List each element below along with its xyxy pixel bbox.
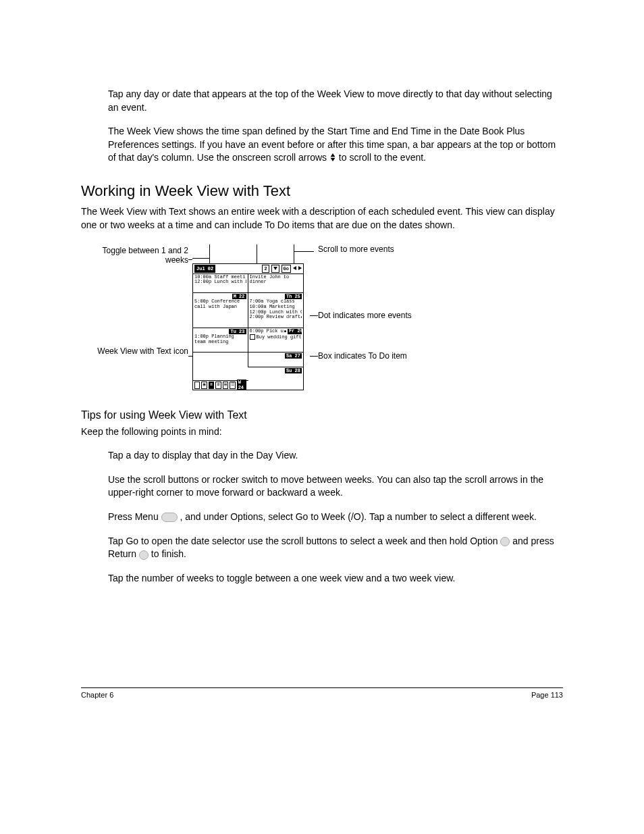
day-cell[interactable]: Su 28 (248, 367, 304, 381)
callout-dot: Dot indicates more events (318, 311, 433, 320)
prev-week-icon[interactable] (293, 265, 296, 271)
list-view-icon[interactable]: ☰ (230, 382, 235, 389)
page-footer: Chapter 6 Page 113 (81, 687, 563, 699)
tips-intro: Keep the following points in mind: (81, 425, 563, 439)
todo-checkbox-icon[interactable] (250, 334, 255, 340)
day-cell[interactable]: M 22 5:00p Conference call with Japan (193, 293, 248, 328)
tips-heading: Tips for using Week View with Text (81, 409, 563, 421)
option-key-icon (500, 537, 510, 546)
section-heading: Working in Week View with Text (81, 182, 563, 200)
tip-3: Press Menu , and under Options, select G… (81, 511, 563, 524)
intro-para-2: The Week View shows the time span define… (81, 125, 563, 165)
callout-box: Box indicates To Do item (318, 351, 433, 361)
month-view-icon[interactable]: ⊞ (215, 382, 221, 389)
week-number-label: W 24 (237, 380, 247, 390)
tip-1: Tap a day to display that day in the Day… (81, 449, 563, 463)
day-cell[interactable]: 6:00p Pick uFr 26 Buy wedding gift (248, 328, 304, 353)
date-label[interactable]: Jul 02 (194, 265, 215, 273)
intro-para-1: Tap any day or date that appears at the … (81, 88, 563, 114)
svg-marker-1 (331, 158, 336, 161)
more-events-dot (301, 316, 302, 318)
tip-5: Tap the number of weeks to toggle betwee… (81, 572, 563, 585)
callout-scroll: Scroll to more events (318, 244, 433, 254)
day-cell[interactable] (193, 353, 248, 367)
day-cell[interactable]: Sa 27 (248, 353, 304, 367)
day-cell[interactable]: Invite John to dinner (248, 274, 304, 293)
return-key-icon (139, 550, 149, 560)
footer-chapter: Chapter 6 (81, 691, 113, 699)
week-text-icon[interactable]: ≣ (209, 382, 214, 389)
callout-toggle: Toggle between 1 and 2 weeks (80, 246, 188, 265)
view-icon-bar: ▦ ≣ ⊞ ▤ ☰ W 24 (193, 380, 248, 390)
week-view-diagram: Toggle between 1 and 2 weeks Week View w… (81, 244, 563, 390)
day-cell[interactable]: Th 25 7:00a Yoga class 10:00a Marketing … (248, 293, 304, 328)
menu-key-icon (161, 513, 178, 522)
intro-para-2b: to scroll to the event. (339, 152, 426, 163)
year-view-icon[interactable]: ▤ (223, 382, 228, 389)
callout-icon: Week View with Text icon (80, 346, 188, 356)
tip-2: Use the scroll buttons or rocker switch … (81, 473, 563, 500)
panel-toolbar: Jul 02 2 Go (193, 264, 303, 274)
footer-page: Page 113 (531, 691, 563, 699)
day-cell[interactable]: Tu 23 1:00p Planning team meeting (193, 328, 248, 353)
svg-marker-0 (331, 153, 336, 157)
scroll-arrows-icon (329, 152, 336, 165)
go-btn[interactable]: Go (281, 265, 291, 273)
day-view-icon[interactable] (194, 382, 200, 389)
tip-4: Tap Go to open the date selector use the… (81, 535, 563, 561)
next-week-icon[interactable] (298, 265, 302, 271)
day-cell[interactable]: 10:00a Staff meeti 12:00p Lunch with L (193, 274, 248, 293)
sort-btn[interactable] (271, 265, 279, 273)
section-para: The Week View with Text shows an entire … (81, 205, 563, 232)
weeks-toggle[interactable]: 2 (262, 265, 269, 273)
week-grid-icon[interactable]: ▦ (201, 382, 207, 389)
